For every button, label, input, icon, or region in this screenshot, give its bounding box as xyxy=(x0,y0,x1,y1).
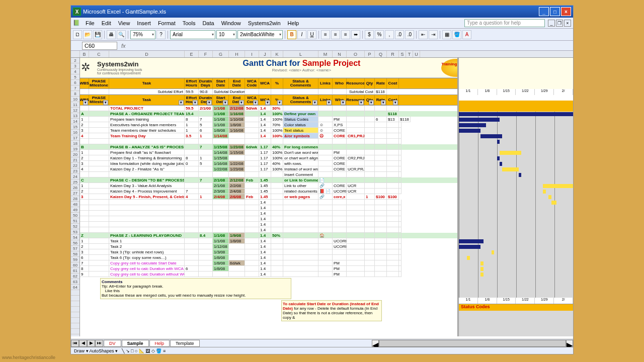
cell[interactable] xyxy=(199,189,213,194)
cell[interactable] xyxy=(387,144,399,150)
cell[interactable] xyxy=(318,266,333,272)
cell[interactable] xyxy=(199,249,213,255)
cell[interactable] xyxy=(271,249,283,255)
cell[interactable]: 1/1/08 xyxy=(213,122,229,128)
cell[interactable] xyxy=(365,177,375,183)
cell[interactable] xyxy=(245,272,259,277)
cell[interactable]: Kaizen Day 4 - Process Improvement xyxy=(109,189,185,194)
cell[interactable] xyxy=(333,144,347,150)
cell[interactable] xyxy=(109,227,185,233)
col-11[interactable]: Links xyxy=(318,95,333,105)
cell[interactable] xyxy=(245,266,259,272)
cell[interactable] xyxy=(375,111,387,117)
cell[interactable] xyxy=(399,122,401,128)
cell[interactable]: 1 xyxy=(365,194,375,200)
cell[interactable]: 4 xyxy=(185,194,199,200)
sheet-content[interactable]: ✲ Systems2win Continuously improving too… xyxy=(80,58,573,336)
cell[interactable]: 1 xyxy=(80,183,89,189)
cell[interactable] xyxy=(229,205,245,211)
col-12[interactable]: Who xyxy=(333,95,347,105)
cell[interactable] xyxy=(347,260,365,266)
minimize-button[interactable]: _ xyxy=(539,7,549,16)
cell[interactable] xyxy=(229,155,245,161)
cell[interactable] xyxy=(387,177,399,183)
cell[interactable] xyxy=(199,255,213,260)
cell[interactable] xyxy=(89,150,109,155)
cell[interactable]: 1/22/08 xyxy=(229,161,245,166)
cell[interactable]: CR2,PRJ xyxy=(347,155,365,161)
cell[interactable]: Kaizen Day 1 - Training & Brainstorming xyxy=(109,155,185,161)
font-size-combo[interactable]: 10 xyxy=(216,30,236,39)
cell[interactable] xyxy=(245,139,259,144)
cell[interactable] xyxy=(283,211,318,216)
cell[interactable] xyxy=(387,172,399,177)
title-bar[interactable]: X Microsoft Excel - GanttSample.xls _ □ … xyxy=(71,6,573,18)
cell[interactable] xyxy=(89,211,109,216)
help-search-input[interactable]: Type a question for help xyxy=(464,19,545,27)
cell[interactable]: Z xyxy=(80,233,89,238)
cell[interactable] xyxy=(318,222,333,227)
cell[interactable] xyxy=(333,227,347,233)
open-icon[interactable]: 📂 xyxy=(83,30,92,39)
cell[interactable]: &/or symbols xyxy=(283,133,318,139)
close-button[interactable]: × xyxy=(561,7,571,16)
cell[interactable] xyxy=(375,139,387,144)
cell[interactable]: 2/1/08 xyxy=(213,183,229,189)
cell[interactable]: Prepare first draft "as is" flowchart xyxy=(109,150,185,155)
tab-template[interactable]: Template xyxy=(170,340,200,347)
cell[interactable] xyxy=(271,194,283,200)
cell[interactable] xyxy=(271,238,283,244)
cell[interactable]: 7 xyxy=(199,177,213,183)
menu-edit[interactable]: Edit xyxy=(98,19,115,27)
cell[interactable] xyxy=(271,200,283,205)
cell[interactable] xyxy=(375,133,387,139)
cell[interactable]: 1 xyxy=(185,128,199,133)
cell[interactable] xyxy=(109,211,185,216)
cell[interactable]: Executives hand-pick team members xyxy=(109,122,185,128)
cell[interactable]: 1 xyxy=(199,194,213,200)
cell[interactable] xyxy=(185,166,199,172)
cell[interactable] xyxy=(185,177,199,183)
cell[interactable] xyxy=(245,189,259,194)
cell[interactable] xyxy=(245,260,259,266)
cell[interactable] xyxy=(347,177,365,183)
cell[interactable]: Idea formulation (while doing regular jo… xyxy=(109,161,185,166)
cell[interactable] xyxy=(318,216,333,222)
cell[interactable] xyxy=(213,172,229,177)
cell[interactable] xyxy=(375,205,387,211)
cell[interactable] xyxy=(347,106,365,111)
cell[interactable]: 3 xyxy=(80,249,89,255)
cell[interactable] xyxy=(80,139,89,144)
cell[interactable] xyxy=(185,216,199,222)
merge-icon[interactable]: ⬌ xyxy=(351,30,360,39)
menu-data[interactable]: Data xyxy=(199,19,217,27)
cell[interactable]: Task 1 xyxy=(109,238,185,244)
cell[interactable]: Kaizen Day 2 - Finalize "As Is" xyxy=(109,166,185,172)
menu-format[interactable]: Format xyxy=(154,19,179,27)
inc-decimal-icon[interactable]: .0 xyxy=(395,30,404,39)
cell[interactable] xyxy=(318,144,333,150)
cell[interactable] xyxy=(387,133,399,139)
cell[interactable] xyxy=(259,139,271,144)
cell[interactable]: 100% xyxy=(271,128,283,133)
cell[interactable] xyxy=(318,139,333,144)
underline-icon[interactable]: U xyxy=(307,30,316,39)
cell[interactable] xyxy=(399,205,401,211)
cell[interactable]: ☺ xyxy=(318,128,333,133)
cell[interactable] xyxy=(271,255,283,260)
cell[interactable] xyxy=(185,244,199,249)
cell[interactable] xyxy=(387,238,399,244)
cell[interactable] xyxy=(245,166,259,172)
cell[interactable] xyxy=(199,222,213,227)
cell[interactable]: 🏠 xyxy=(318,233,333,238)
menu-window[interactable]: Window xyxy=(218,19,245,27)
menu-systems2win[interactable]: Systems2win xyxy=(245,19,284,27)
cell[interactable]: Insert Comment xyxy=(283,172,318,177)
cell[interactable]: 🔗 xyxy=(318,183,333,189)
col-2[interactable]: Task xyxy=(109,95,185,105)
cell[interactable]: 1.4 xyxy=(259,205,271,211)
cell[interactable]: 1/14/08 xyxy=(213,150,229,155)
cell[interactable] xyxy=(318,111,333,117)
cell[interactable] xyxy=(399,172,401,177)
cell[interactable]: 1.45 xyxy=(259,177,271,183)
